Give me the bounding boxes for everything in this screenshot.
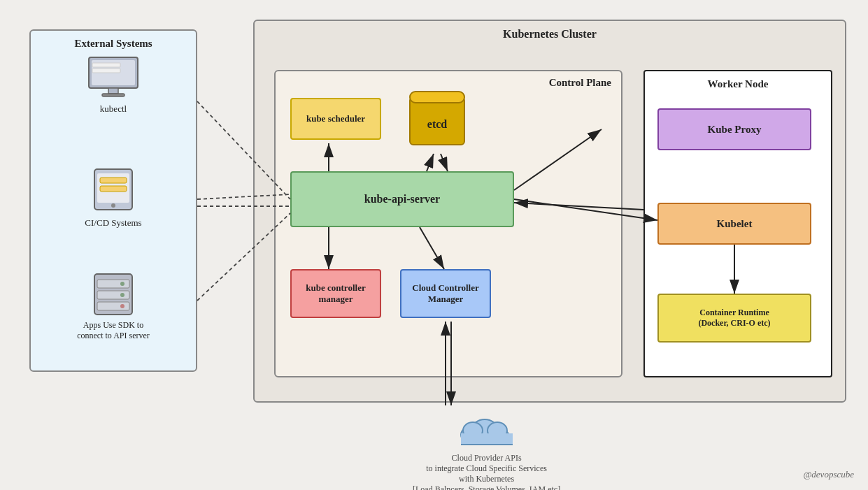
kubectl-label: kubectl: [100, 103, 127, 115]
cloud-controller-manager-label: Cloud Controller Manager: [412, 282, 478, 305]
attribution: @devopscube: [803, 469, 854, 480]
svg-rect-3: [102, 94, 124, 96]
external-systems-title: External Systems: [31, 31, 196, 54]
svg-point-10: [111, 203, 115, 208]
etcd-top: [409, 91, 465, 103]
cloud-provider-text: Cloud Provider APIs to integrate Cloud S…: [413, 453, 560, 490]
kube-api-server-label: kube-api-server: [364, 193, 440, 206]
cloud-icon: [455, 405, 518, 447]
svg-point-15: [120, 282, 124, 286]
server-icon: [89, 273, 138, 316]
k8s-cluster-title: Kubernetes Cluster: [255, 21, 845, 41]
kube-scheduler-label: kube scheduler: [306, 113, 365, 124]
control-plane-title: Control Plane: [276, 71, 621, 89]
kube-controller-manager-box: kube controller manager: [290, 269, 381, 318]
diagram-container: External Systems kubectl CI/CD Sy: [0, 0, 868, 490]
cicd-label: CI/CD Systems: [85, 217, 141, 229]
svg-rect-2: [108, 88, 118, 94]
kubelet-label: Kubelet: [717, 218, 753, 230]
etcd-cylinder: etcd: [409, 96, 465, 145]
svg-rect-14: [97, 302, 129, 310]
container-runtime-box: Container Runtime (Docker, CRI-O etc): [657, 294, 811, 343]
svg-rect-9: [100, 186, 127, 192]
cloud-provider-section: Cloud Provider APIs to integrate Cloud S…: [413, 405, 560, 490]
etcd-container: etcd: [406, 89, 469, 152]
sdk-item: Apps Use SDK to connect to API server: [29, 273, 197, 341]
worker-node-title: Worker Node: [645, 71, 831, 90]
svg-rect-5: [92, 69, 120, 73]
kubelet-box: Kubelet: [657, 203, 811, 245]
kubectl-item: kubectl: [29, 56, 197, 115]
svg-rect-4: [92, 63, 120, 67]
container-runtime-label: Container Runtime (Docker, CRI-O etc): [698, 308, 770, 329]
sdk-label: Apps Use SDK to connect to API server: [77, 320, 150, 341]
etcd-label: etcd: [427, 118, 447, 131]
svg-rect-23: [461, 433, 513, 445]
cloud-controller-manager-box: Cloud Controller Manager: [400, 269, 491, 318]
kube-proxy-box: Kube Proxy: [657, 108, 811, 150]
kube-controller-manager-label: kube controller manager: [306, 282, 365, 305]
cicd-item: CI/CD Systems: [29, 168, 197, 229]
monitor-icon: [85, 56, 141, 99]
svg-point-16: [120, 293, 124, 297]
svg-rect-12: [97, 280, 129, 288]
svg-rect-13: [97, 291, 129, 299]
kube-api-server-box: kube-api-server: [290, 171, 514, 227]
svg-point-17: [120, 304, 124, 308]
svg-rect-8: [100, 178, 127, 183]
cicd-icon: [89, 168, 138, 213]
kube-proxy-label: Kube Proxy: [708, 124, 762, 136]
kube-scheduler-box: kube scheduler: [290, 98, 381, 140]
